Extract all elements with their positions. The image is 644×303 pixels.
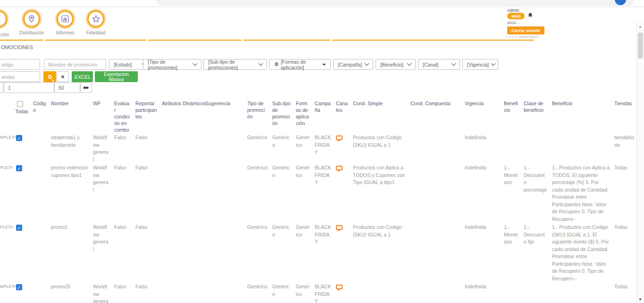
search-button[interactable] — [43, 71, 56, 82]
cell-nombre: promo25 — [51, 282, 93, 303]
header-clase-beneficio: Clase de beneficio — [524, 99, 552, 133]
cell-beneficio-detalle — [552, 133, 614, 163]
chevron-down-icon — [259, 61, 263, 66]
cell-reportar: Falso — [135, 282, 162, 303]
header-status — [0, 99, 16, 133]
canales-monitor-icon — [336, 166, 343, 170]
prev-page-button[interactable] — [0, 82, 3, 93]
cell-tipo: Genérico — [247, 223, 272, 282]
cell-evaluar: Falso — [114, 133, 135, 163]
cell-vigencia: Indefinida — [465, 133, 504, 163]
vigencia-select[interactable]: [Vigencia] — [462, 59, 498, 70]
header-canales: Canales — [336, 99, 353, 133]
tiendas-input[interactable] — [0, 71, 40, 82]
cell-beneficio — [504, 133, 524, 163]
user-role-label: Admin — [507, 8, 519, 13]
cell-cond-simple: Productos con Codigo (SKU) IGUAL a 1 — [353, 223, 410, 282]
scroll-up-icon[interactable]: ▲ — [638, 25, 642, 29]
cell-reportar: Falso — [135, 223, 162, 282]
formas-aplicacion-dropdown[interactable]: ⚙ [Formas de aplicación] — [269, 59, 331, 70]
canal-select-value: [Canal] — [423, 62, 438, 67]
header-campana: Campaña — [315, 99, 336, 133]
partial-circle-icon — [0, 10, 7, 27]
tipo-select-value: [Tipo de promociones] — [148, 59, 191, 70]
cell-wf: Workflow general — [93, 133, 114, 163]
row-checkbox[interactable] — [16, 225, 22, 231]
nav-label-fidelidad: Fidelidad — [79, 30, 112, 35]
cell-atributos — [162, 163, 205, 223]
cell-codigo — [33, 133, 51, 163]
cell-vigencia: Indefinida — [465, 163, 504, 223]
nombre-promocion-input[interactable] — [44, 59, 106, 70]
export-masiva-button[interactable]: Exportacion Masiva — [95, 71, 138, 82]
row-checkbox[interactable] — [16, 284, 22, 290]
version-label: v 7.2.2-SNAPSHOT — [506, 35, 539, 39]
cell-sugerencia — [205, 163, 247, 223]
notification-bell-icon[interactable] — [527, 12, 533, 18]
campana-select[interactable]: [Campaña] — [333, 59, 373, 70]
cell-evaluar: Falso — [114, 223, 135, 282]
cell-tipo: Genérico — [247, 163, 272, 223]
promotions-table: Todas Código Nombre WF Evaluar condición… — [0, 99, 639, 303]
nav-item-informes[interactable]: Informes — [49, 10, 82, 35]
cell-clase — [524, 282, 552, 303]
browser-address-bar[interactable] — [156, 0, 635, 6]
header-nombre: Nombre — [51, 99, 93, 133]
header-formas: Formas de aplicación — [296, 99, 315, 133]
vertical-scrollbar[interactable]: ▲ ▼ — [636, 22, 644, 303]
cell-evaluar: Falso — [114, 163, 135, 223]
cell-cond-compuesta — [410, 223, 465, 282]
cell-subtipo: Genérico — [272, 133, 296, 163]
codigo-input[interactable] — [0, 59, 40, 70]
clear-search-button[interactable]: × — [57, 71, 69, 82]
scrollbar-thumb[interactable] — [638, 33, 643, 59]
header-codigo: Código — [33, 99, 51, 133]
table-header-row: Todas Código Nombre WF Evaluar condición… — [0, 99, 639, 133]
cell-beneficio: 1.- Monetario — [504, 223, 524, 282]
cell-sugerencia — [205, 282, 247, 303]
next-page-button[interactable]: ▶▶ — [80, 82, 92, 93]
tipo-promociones-select[interactable]: [Tipo de promociones] — [143, 59, 201, 70]
caret-down-icon — [322, 64, 326, 66]
formas-dropdown-value: [Formas de aplicación] — [281, 59, 319, 70]
row-checkbox[interactable] — [16, 165, 22, 171]
cell-subtipo: Genérico — [272, 163, 296, 223]
header-sugerencia: Sugerencia — [205, 99, 247, 133]
cell-status: MPLETA — [0, 282, 16, 303]
page-title: OMOCIONES — [1, 44, 33, 50]
cell-beneficio-detalle: 1.- Productos con Codigo (SKU) IGUAL a 1… — [552, 223, 614, 282]
gear-icon: ⚙ — [274, 61, 279, 67]
row-checkbox[interactable] — [16, 135, 22, 141]
cell-subtipo: Genérico — [272, 282, 296, 303]
cell-wf: Workflow general — [93, 163, 114, 223]
subtipo-select-value: [Sub-tipo de promociones] — [208, 59, 256, 70]
canal-select[interactable]: [Canal] — [418, 59, 460, 70]
page-size-input[interactable] — [54, 82, 80, 93]
header-beneficio-detalle: Beneficio — [552, 99, 614, 133]
cell-beneficio: 1.- Monetario — [504, 163, 524, 223]
star-icon — [92, 15, 100, 24]
cell-campana: BLACK FRIDAY — [315, 133, 336, 163]
cell-atributos — [162, 282, 205, 303]
chevron-down-icon — [365, 61, 369, 66]
select-all-checkbox[interactable] — [17, 101, 23, 107]
next-page-icon: ▶▶ — [84, 85, 88, 90]
scroll-down-icon[interactable]: ▼ — [638, 297, 642, 302]
cell-formas: Genérico — [296, 163, 315, 223]
logout-button[interactable]: Cerrar sesión — [507, 26, 544, 34]
page-number-input[interactable] — [4, 82, 54, 93]
subtipo-promociones-select[interactable]: [Sub-tipo de promociones] — [203, 59, 267, 70]
cell-codigo — [33, 223, 51, 282]
header-tipo: Tipo de promoción — [247, 99, 272, 133]
nav-item-fidelidad[interactable]: Fidelidad — [79, 10, 112, 35]
estado-select-value: [Estado] — [114, 62, 132, 67]
cell-nombre: promo redencion cupones tipo1 — [51, 163, 93, 223]
nav-item-distribucion[interactable]: Distribución — [15, 10, 48, 35]
nav-item-partial[interactable] — [0, 10, 15, 27]
excel-button[interactable]: EXCEL — [72, 71, 93, 82]
chevron-down-icon — [407, 61, 412, 66]
beneficio-select[interactable]: [Beneficio] — [376, 59, 416, 70]
cell-reportar: Falso — [135, 133, 162, 163]
nav-underline — [0, 40, 534, 41]
cell-beneficio — [504, 282, 524, 303]
